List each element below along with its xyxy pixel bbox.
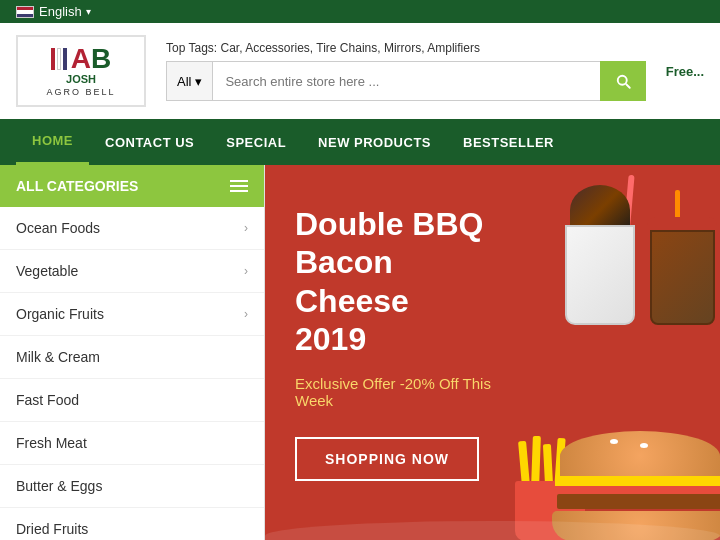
hamburger-icon[interactable]	[230, 180, 248, 192]
sidebar-item-label: Fresh Meat	[16, 435, 87, 451]
sidebar-category-list: Ocean Foods › Vegetable › Organic Fruits…	[0, 207, 264, 540]
main-content: ALL CATEGORIES Ocean Foods › Vegetable ›…	[0, 165, 720, 540]
search-category-dropdown[interactable]: All ▾	[166, 61, 212, 101]
sidebar-item-dried-fruits[interactable]: Dried Fruits	[0, 508, 264, 540]
search-category-label: All	[177, 74, 191, 89]
sidebar-item-label: Ocean Foods	[16, 220, 100, 236]
header: AB JOSH AGRO BELL Top Tags: Car, Accesso…	[0, 23, 720, 119]
sidebar-item-label: Vegetable	[16, 263, 78, 279]
sidebar-item-fast-food[interactable]: Fast Food	[0, 379, 264, 422]
soda-cup-illustration	[645, 195, 720, 325]
milkshake-illustration	[560, 185, 640, 325]
search-input[interactable]	[212, 61, 599, 101]
sidebar-item-fresh-meat[interactable]: Fresh Meat	[0, 422, 264, 465]
sidebar-header: ALL CATEGORIES	[0, 165, 264, 207]
logo-founder: JOSH	[66, 73, 96, 85]
sidebar-item-vegetable[interactable]: Vegetable ›	[0, 250, 264, 293]
nav-item-special[interactable]: SPECIAL	[210, 121, 302, 164]
chevron-right-icon: ›	[244, 221, 248, 235]
language-label: English	[39, 4, 82, 19]
sidebar: ALL CATEGORIES Ocean Foods › Vegetable ›…	[0, 165, 265, 540]
hero-banner: Double BBQBacon Cheese2019 Exclusive Off…	[265, 165, 720, 540]
search-button[interactable]	[600, 61, 646, 101]
sidebar-item-label: Milk & Cream	[16, 349, 100, 365]
language-selector[interactable]: English ▾	[16, 4, 91, 19]
hero-food-images	[440, 165, 720, 540]
sidebar-item-ocean-foods[interactable]: Ocean Foods ›	[0, 207, 264, 250]
search-icon	[614, 72, 632, 90]
top-tags-values: Car, Accessories, Tire Chains, Mirrors, …	[221, 41, 480, 55]
promo-text: Free...	[666, 64, 704, 79]
chevron-right-icon: ›	[244, 307, 248, 321]
top-tags: Top Tags: Car, Accessories, Tire Chains,…	[166, 41, 646, 55]
logo-subtitle: AGRO BELL	[46, 87, 115, 97]
chevron-down-icon: ▾	[195, 74, 202, 89]
sidebar-item-milk-cream[interactable]: Milk & Cream	[0, 336, 264, 379]
sidebar-item-label: Butter & Eggs	[16, 478, 102, 494]
nav-item-home[interactable]: HOME	[16, 119, 89, 165]
header-search-area: Top Tags: Car, Accessories, Tire Chains,…	[166, 41, 646, 101]
search-row: All ▾	[166, 61, 646, 101]
sidebar-item-label: Dried Fruits	[16, 521, 88, 537]
logo-abbr: AB	[71, 45, 111, 73]
nav-item-bestseller[interactable]: BESTSELLER	[447, 121, 570, 164]
top-bar: English ▾	[0, 0, 720, 23]
sidebar-item-label: Organic Fruits	[16, 306, 104, 322]
logo-stripes	[51, 48, 67, 70]
nav-item-contact[interactable]: CONTACT US	[89, 121, 210, 164]
nav-item-new-products[interactable]: NEW PRODUCTS	[302, 121, 447, 164]
sidebar-title: ALL CATEGORIES	[16, 178, 138, 194]
logo[interactable]: AB JOSH AGRO BELL	[16, 35, 146, 107]
chevron-down-icon: ▾	[86, 6, 91, 17]
sidebar-item-butter-eggs[interactable]: Butter & Eggs	[0, 465, 264, 508]
navigation: HOME CONTACT US SPECIAL NEW PRODUCTS BES…	[0, 119, 720, 165]
sidebar-item-label: Fast Food	[16, 392, 79, 408]
top-tags-label: Top Tags:	[166, 41, 217, 55]
flag-icon	[16, 6, 34, 18]
chevron-right-icon: ›	[244, 264, 248, 278]
sidebar-item-organic-fruits[interactable]: Organic Fruits ›	[0, 293, 264, 336]
